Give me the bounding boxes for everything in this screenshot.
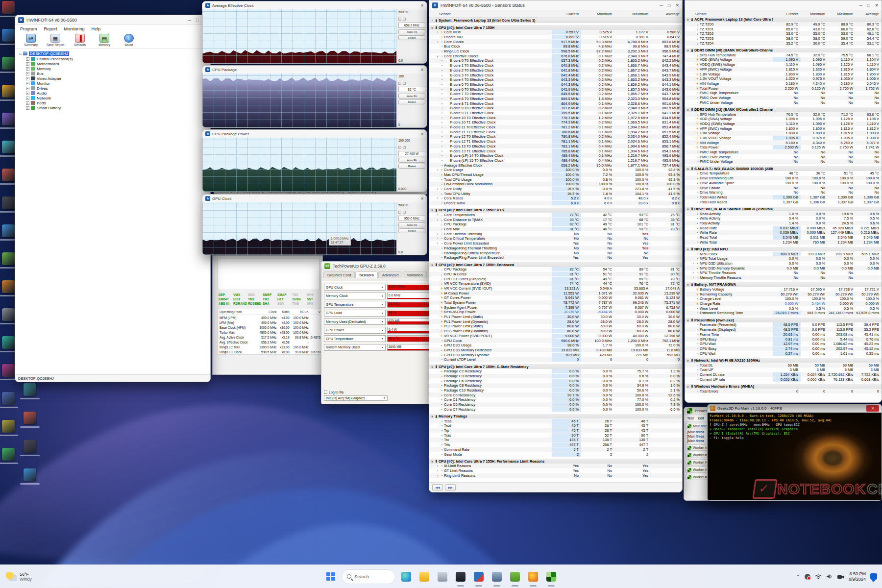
sensor-row[interactable]: Ring/LLC Clock 598.5 MHz87.2 MHz3,292.3 … xyxy=(429,49,682,54)
sensor-row[interactable]: TZ.TZ03 58.0 °C38.0 °C59.0 °C54.4 °C xyxy=(685,36,882,41)
sensor-select[interactable]: GPU Temperature▼ xyxy=(324,301,386,308)
sensor-row[interactable]: PMIC Over Voltage NoNoNoNo xyxy=(685,96,882,100)
sensor-row[interactable]: Core Utility 36.5 %0.0 %223.8 %41.5 % xyxy=(429,187,682,192)
sensor-row[interactable]: Trp 45 T26 T45 T xyxy=(429,428,682,433)
expand-chevron-icon[interactable] xyxy=(691,271,695,274)
sensors-titlebar[interactable]: ─□✕ xyxy=(685,0,882,10)
sensor-row[interactable]: E-core 3 T0 Effective Clock 642.4 MHz0.2… xyxy=(429,73,682,77)
desktop-shortcut-icon[interactable] xyxy=(24,440,36,453)
graph-titlebar[interactable]: hGPU Clock✕ xyxy=(202,195,427,202)
sensor-row[interactable]: Windows Hardware Errors (WHEA) xyxy=(685,384,882,389)
sensor-row[interactable]: CPU [#0]: Intel Core Ultra 7 155H: Perfo… xyxy=(429,459,682,464)
sensor-row[interactable]: VR VCC Current (SVID IOUT) 13.321 A0.049… xyxy=(429,286,682,291)
auto-fit-button[interactable]: Auto Fit xyxy=(398,94,425,98)
menu-item[interactable]: Help xyxy=(92,26,101,31)
sensor-row[interactable]: Total Power 2.500 W0.125 W2.750 W1.741 W xyxy=(685,145,882,150)
sensor-row[interactable]: Trc 135 T135 T135 T xyxy=(429,438,682,442)
sensor-row[interactable]: PL1 Power Limit (Static) 30.0 W30.0 W30.… xyxy=(429,315,682,319)
sensor-row[interactable]: P-core 8 T0 Effective Clock 859.5 MHz1.8… xyxy=(429,97,682,101)
sensor-row[interactable]: GPU D3D Memory Dedicated 19.833 MB0.433 … xyxy=(429,348,682,353)
expand-chevron-icon[interactable] xyxy=(691,276,695,279)
tree-item[interactable]: +Smart Battery xyxy=(26,105,210,110)
sensor-row[interactable]: P-core 11 T1 Effective Clock 780.6 MHz0.… xyxy=(429,129,682,134)
sensor-row[interactable]: IA Limit Reasons YesNoYes xyxy=(429,464,682,468)
sensor-row[interactable]: P-core 9 T0 Effective Clock 397.6 MHz0.2… xyxy=(429,106,682,111)
taskbar-app-file-explorer[interactable] xyxy=(417,569,432,584)
menu-item[interactable]: Test xyxy=(687,416,694,420)
sensor-row[interactable]: 1.8V Voltage 1.800 V1.800 V1.815 V1.800 … xyxy=(685,72,882,76)
sensor-row[interactable]: E-core (LP) 14 T0 Effective Clock 489.4 … xyxy=(429,153,682,158)
sensor-row[interactable]: E-core 2 T0 Effective Clock 642.8 MHz0.2… xyxy=(429,68,682,73)
sensor-row[interactable]: Drive Failure NoNoNoNo xyxy=(685,185,882,190)
sensor-select[interactable]: GPU Clock▼ xyxy=(324,284,386,291)
sensor-select[interactable]: GPU Power▼ xyxy=(324,327,386,334)
sensor-row[interactable]: Current DL rate 1.254 KB/s0.024 KB/s2,72… xyxy=(685,372,882,377)
expand-plus-icon[interactable]: + xyxy=(26,87,29,90)
graph-titlebar[interactable]: hAverage Effective Clock✕ xyxy=(202,1,427,9)
sensor-row[interactable]: 1.0V VOUT Voltage 1.005 V0.975 V1.035 V1… xyxy=(685,136,882,141)
series-color-box[interactable] xyxy=(403,18,406,21)
series-color-box[interactable] xyxy=(403,146,406,149)
hwinfo-titlebar[interactable]: h HWiNFO® 64 v8.06-5500 ─□✕ xyxy=(15,15,210,25)
tree-item[interactable]: +Network xyxy=(26,96,210,100)
sensors-titlebar[interactable]: h HWiNFO® 64 v8.06-5500 - Sensors Status… xyxy=(429,0,682,10)
sensor-row[interactable]: TZ.TZ02 53.0 °C35.0 °C53.0 °C49.1 °C xyxy=(685,31,882,36)
sensor-row[interactable]: Core VIDs 0.557 V0.525 V1.177 V0.580 V xyxy=(429,30,682,35)
sensor-row[interactable]: P-core 10 T0 Effective Clock 776.3 MHz1.… xyxy=(429,115,682,120)
sensor-row[interactable]: PMIC Under Voltage NoNoNoNo xyxy=(685,159,882,164)
taskbar-app-hwinfo[interactable] xyxy=(471,569,486,584)
memory-button[interactable]: ▤Memory xyxy=(95,34,114,47)
sensor-select[interactable]: Memory Used (Dedicated)▼ xyxy=(324,318,386,325)
tree-item[interactable]: +Monitor xyxy=(26,81,210,86)
desktop-shortcut-icon[interactable] xyxy=(2,336,15,349)
sensor-row[interactable]: CPU Package 82 °C54 °C89 °C81 °C xyxy=(429,267,682,272)
sensor-row[interactable]: TZ.TZ01 65.0 °C43.0 °C66.0 °C62.6 °C xyxy=(685,26,882,31)
expand-chevron-icon[interactable] xyxy=(436,469,440,472)
desktop-shortcut-icon[interactable] xyxy=(2,141,15,153)
desktop-shortcut-icon[interactable] xyxy=(24,412,36,424)
sensor-row[interactable]: Total Activity 1.4 %0.0 %24.5 %0.6 % xyxy=(685,221,882,226)
desktop-shortcut-icon[interactable] xyxy=(2,364,15,377)
minimize-icon[interactable]: ─ xyxy=(660,3,663,8)
series-color-box[interactable] xyxy=(398,146,401,149)
expand-chevron-icon[interactable] xyxy=(686,359,690,362)
sensor-row[interactable]: VDDQ (SWB) Voltage 1.110 V1.095 V1.125 V… xyxy=(685,122,882,126)
graph-titlebar[interactable]: hCPU Package Power✕ xyxy=(202,130,427,138)
expand-chevron-icon[interactable] xyxy=(686,318,690,322)
sensor-row[interactable]: CPU Package 82 °C49 °C101 °C81 °C xyxy=(429,222,682,227)
sensor-row[interactable]: 1.8V Voltage 1.800 V1.800 V1.815 V1.800 … xyxy=(685,131,882,136)
sensors-column-headers[interactable]: Sensor Current Minimum Maximum Average xyxy=(429,10,682,18)
sensor-row[interactable]: E-core 7 T0 Effective Clock 645.5 MHz0.2… xyxy=(429,92,682,97)
summary-button[interactable]: 🖳Summary xyxy=(21,34,41,47)
tab-graphics-card[interactable]: Graphics Card xyxy=(323,271,355,278)
menu-item[interactable]: Report xyxy=(44,26,57,31)
sensor-row[interactable]: Read Total 3,546 MB3,011 MB3,546 MB3,546… xyxy=(685,235,882,240)
sensors-column-headers[interactable]: Sensor Current Minimum Maximum Average xyxy=(685,10,882,18)
close-icon[interactable]: ✕ xyxy=(675,3,679,8)
expand-plus-icon[interactable]: + xyxy=(26,82,29,85)
series-color-box[interactable] xyxy=(398,211,401,214)
tree-root[interactable]: ⊟ DESKTOP-QC0EEHJ xyxy=(19,51,210,56)
series-color-box[interactable] xyxy=(403,211,406,214)
expand-chevron-icon[interactable] xyxy=(436,474,440,477)
expand-chevron-icon[interactable] xyxy=(436,168,440,172)
sensor-row[interactable]: NPU D3D Memory Dynamic 0.0 MB0.0 MB0.0 M… xyxy=(685,266,882,270)
desktop-shortcut-icon[interactable] xyxy=(24,383,36,396)
desktop-shortcut-icon[interactable] xyxy=(2,448,15,461)
sensor-row[interactable]: Core Max 81 °C48 °C93 °C79 °C xyxy=(429,227,682,232)
expand-plus-icon[interactable]: + xyxy=(26,62,29,66)
sensor-row[interactable]: Charge Rate 0.000 W-5.464 W0.000 W0.000 … xyxy=(685,301,882,306)
search-input[interactable]: Search xyxy=(342,569,395,584)
sensor-row[interactable]: Total DL 69 MB50 MB69 MB69 MB xyxy=(685,363,882,368)
sensor-row[interactable]: Remaining Capacity 60.279 Wh60.279 Wh60.… xyxy=(685,292,882,296)
sensor-row[interactable]: Total Host Reads 1,307 GB1,306 GB1,307 G… xyxy=(685,199,882,204)
sensor-row[interactable]: CPU Busy 2.74 ms0.00 ms202.97 ms45.12 ms xyxy=(685,346,882,351)
expand-chevron-icon[interactable] xyxy=(436,54,440,58)
sensor-row[interactable]: Core C7 Residency 0.0 %0.0 %100.0 %6.5 % xyxy=(429,407,682,412)
sensor-row[interactable]: VDDQ (SWB) Voltage 1.110 V1.095 V1.125 V… xyxy=(685,62,882,67)
sensor-row[interactable]: Package C6 Residency 0.0 %0.0 %8.1 %0.2 … xyxy=(429,378,682,383)
desktop-shortcut-icon[interactable] xyxy=(2,29,15,42)
sensor-row[interactable]: VIN Voltage 5.180 V4.340 V5.180 V5.045 V xyxy=(685,81,882,86)
sensor-row[interactable]: P-core 10 T1 Effective Clock 774.3 MHz0.… xyxy=(429,120,682,125)
sensor-row[interactable]: GPU Wait 12.97 ms0.00 ms1,086.62 ms45.23… xyxy=(685,342,882,346)
